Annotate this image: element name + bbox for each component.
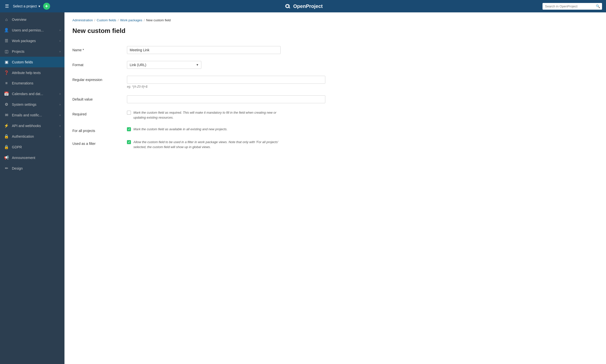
- work-packages-icon: ☰: [4, 38, 9, 43]
- system-settings-icon: ⚙: [4, 102, 9, 107]
- main-content: Administration / Custom fields / Work pa…: [64, 12, 606, 364]
- custom-fields-icon: ▣: [4, 60, 9, 64]
- sidebar-item-gdpr[interactable]: 🔒GDPR: [0, 142, 64, 152]
- design-icon: ✏: [4, 166, 9, 171]
- sidebar-item-custom-fields[interactable]: ▣Custom fields: [0, 57, 64, 67]
- format-input-cell: Link (URL)TextLong textIntegerFloatDateB…: [127, 61, 598, 69]
- regex-hint: eg. ^[A-Z0-9]+$: [127, 85, 598, 88]
- format-select[interactable]: Link (URL)TextLong textIntegerFloatDateB…: [127, 61, 201, 69]
- custom-field-form: Name * Format Link (URL)TextLong textInt…: [72, 43, 598, 153]
- project-select[interactable]: Select a project ▾: [13, 4, 40, 8]
- sidebar-label-authentication: Authentication: [12, 134, 57, 138]
- regex-input[interactable]: [127, 76, 325, 84]
- sidebar-arrow-users-permissions: ›: [60, 28, 61, 32]
- sidebar-item-enumerations[interactable]: ≡Enumerations: [0, 78, 64, 88]
- project-select-label: Select a project: [13, 4, 37, 8]
- sidebar-label-calendars-dat: Calendars and dat...: [12, 92, 57, 96]
- name-label: Name *: [72, 46, 127, 52]
- project-select-arrow: ▾: [38, 4, 40, 8]
- sidebar-label-announcement: Announcement: [12, 156, 61, 160]
- sidebar-item-emails-notific[interactable]: ✉Emails and notific...›: [0, 110, 64, 120]
- default-value-input-cell: [127, 95, 598, 103]
- calendars-dat-icon: 📅: [4, 91, 9, 96]
- search-wrapper: 🔍: [543, 3, 602, 10]
- sidebar-item-users-permissions[interactable]: 👤Users and permiss...›: [0, 25, 64, 35]
- breadcrumb-administration[interactable]: Administration: [72, 18, 93, 22]
- sidebar-arrow-calendars-dat: ›: [60, 92, 61, 96]
- regex-label: Regular expression: [72, 76, 127, 82]
- sidebar-item-design[interactable]: ✏Design: [0, 163, 64, 174]
- regex-row: Regular expression eg. ^[A-Z0-9]+$: [72, 72, 598, 92]
- sidebar-label-enumerations: Enumerations: [12, 81, 61, 85]
- gdpr-icon: 🔒: [4, 145, 9, 149]
- sidebar-label-system-settings: System settings: [12, 103, 57, 106]
- breadcrumb: Administration / Custom fields / Work pa…: [72, 18, 598, 22]
- sidebar-item-attribute-help-texts[interactable]: ❓Attribute help texts: [0, 67, 64, 78]
- used-as-filter-checkbox[interactable]: [127, 140, 131, 144]
- sidebar-label-work-packages: Work packages: [12, 39, 57, 43]
- sidebar-item-calendars-dat[interactable]: 📅Calendars and dat...›: [0, 88, 64, 99]
- sidebar-item-system-settings[interactable]: ⚙System settings›: [0, 99, 64, 110]
- overview-icon: ⌂: [4, 17, 9, 22]
- sidebar-item-overview[interactable]: ⌂Overview: [0, 14, 64, 25]
- sidebar-item-projects[interactable]: ◫Projects›: [0, 46, 64, 57]
- sidebar-label-api-webhooks: API and webhooks: [12, 124, 57, 128]
- app-logo: OpenProject: [283, 3, 323, 9]
- name-row: Name *: [72, 43, 598, 57]
- users-permissions-icon: 👤: [4, 28, 9, 32]
- search-icon: 🔍: [596, 4, 600, 8]
- for-all-projects-checkbox[interactable]: [127, 127, 131, 131]
- for-all-projects-row: For all projects Mark the custom field a…: [72, 123, 598, 136]
- sidebar-item-work-packages[interactable]: ☰Work packages›: [0, 35, 64, 46]
- breadcrumb-sep-3: /: [144, 18, 145, 22]
- format-label: Format: [72, 61, 127, 67]
- new-project-button[interactable]: +: [43, 3, 50, 10]
- required-row: Required Mark the custom field as requir…: [72, 107, 598, 123]
- for-all-projects-label: For all projects: [72, 127, 127, 133]
- openproject-logo-icon: [283, 4, 291, 9]
- search-input[interactable]: [543, 3, 602, 10]
- sidebar-label-projects: Projects: [12, 50, 57, 53]
- navbar: ☰ Select a project ▾ + OpenProject 🔍: [0, 0, 606, 12]
- attribute-help-texts-icon: ❓: [4, 70, 9, 75]
- required-checkbox[interactable]: [127, 111, 131, 115]
- sidebar-label-custom-fields: Custom fields: [12, 60, 61, 64]
- used-as-filter-row: Used as a filter Allow the custom field …: [72, 136, 598, 153]
- name-input-cell: [127, 46, 598, 54]
- hamburger-menu[interactable]: ☰: [4, 2, 10, 10]
- breadcrumb-custom-fields[interactable]: Custom fields: [97, 18, 116, 22]
- sidebar-item-announcement[interactable]: 📢Announcement: [0, 152, 64, 163]
- sidebar-arrow-emails-notific: ›: [60, 113, 61, 117]
- used-as-filter-input-cell: Allow the custom field to be used in a f…: [127, 140, 598, 149]
- for-all-projects-checkbox-wrapper: Mark the custom field as available in al…: [127, 127, 598, 132]
- projects-icon: ◫: [4, 49, 9, 54]
- api-webhooks-icon: ⚡: [4, 123, 9, 128]
- used-as-filter-label: Used as a filter: [72, 140, 127, 146]
- format-row: Format Link (URL)TextLong textIntegerFlo…: [72, 57, 598, 72]
- name-input[interactable]: [127, 46, 281, 54]
- required-description: Mark the custom field as required. This …: [133, 110, 287, 120]
- required-label: Required: [72, 110, 127, 116]
- sidebar-arrow-authentication: ›: [60, 135, 61, 138]
- default-value-row: Default value: [72, 92, 598, 107]
- default-value-label: Default value: [72, 95, 127, 101]
- for-all-projects-description: Mark the custom field as available in al…: [133, 127, 227, 132]
- sidebar-label-gdpr: GDPR: [12, 145, 61, 149]
- emails-notific-icon: ✉: [4, 113, 9, 117]
- sidebar-item-authentication[interactable]: 🔒Authentication›: [0, 131, 64, 142]
- sidebar-arrow-system-settings: ›: [60, 103, 61, 106]
- breadcrumb-sep-1: /: [94, 18, 95, 22]
- sidebar-label-design: Design: [12, 166, 61, 170]
- sidebar-arrow-projects: ›: [60, 50, 61, 53]
- for-all-projects-input-cell: Mark the custom field as available in al…: [127, 127, 598, 132]
- sidebar-item-api-webhooks[interactable]: ⚡API and webhooks›: [0, 120, 64, 131]
- default-value-input[interactable]: [127, 95, 325, 103]
- breadcrumb-current: New custom field: [146, 18, 171, 22]
- breadcrumb-sep-2: /: [118, 18, 119, 22]
- used-as-filter-description: Allow the custom field to be used in a f…: [133, 140, 287, 149]
- sidebar-arrow-work-packages: ›: [60, 39, 61, 43]
- sidebar-arrow-api-webhooks: ›: [60, 124, 61, 128]
- authentication-icon: 🔒: [4, 134, 9, 139]
- breadcrumb-work-packages[interactable]: Work packages: [120, 18, 142, 22]
- required-checkbox-wrapper: Mark the custom field as required. This …: [127, 110, 598, 120]
